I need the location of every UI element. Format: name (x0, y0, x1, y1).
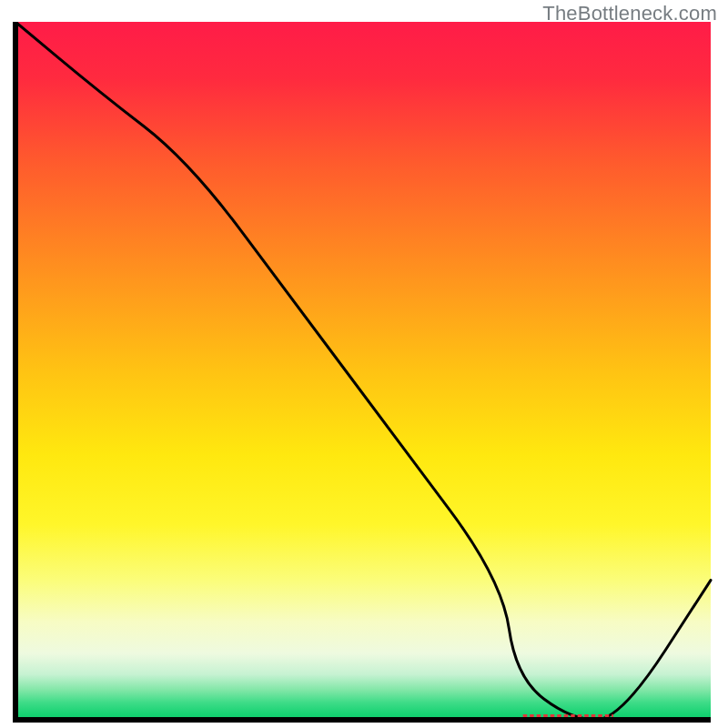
chart-frame (13, 22, 713, 723)
gradient-background (15, 22, 711, 720)
bottleneck-chart (13, 22, 713, 723)
